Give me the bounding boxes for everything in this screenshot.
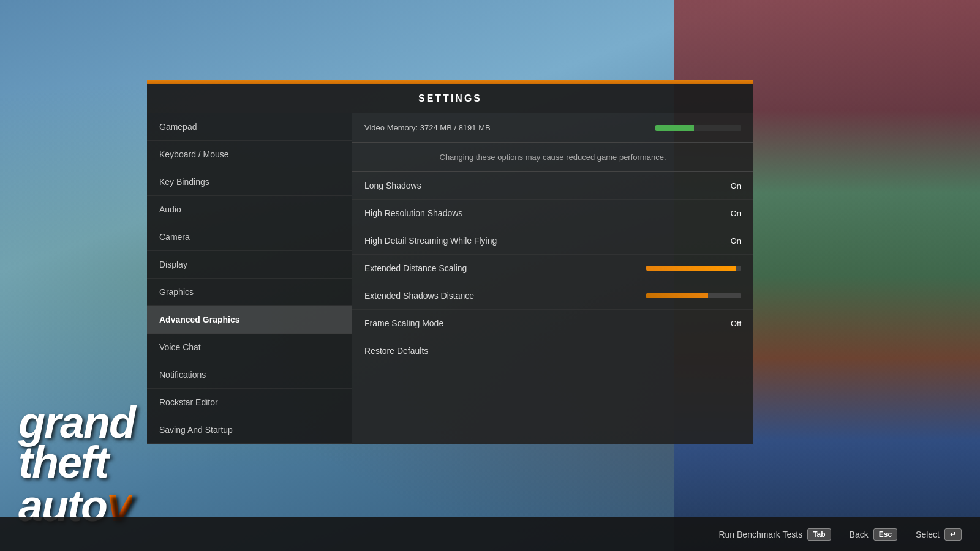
bottom-action-label-select: Select [916, 530, 940, 539]
gta-logo-text: grand theft autoV [18, 403, 135, 527]
vram-fill [655, 125, 694, 131]
slider-fill-extended-distance-scaling [646, 266, 736, 271]
setting-row-extended-distance-scaling[interactable]: Extended Distance Scaling [352, 255, 753, 282]
bottom-action-select[interactable]: Select↵ [916, 528, 962, 541]
settings-body: GamepadKeyboard / MouseKey BindingsAudio… [147, 113, 753, 444]
slider-fill-extended-shadows-distance [646, 293, 708, 298]
sidebar-item-key-bindings[interactable]: Key Bindings [147, 168, 352, 196]
setting-value-frame-scaling-mode: Off [731, 319, 741, 328]
setting-label-high-res-shadows: High Resolution Shadows [364, 208, 462, 218]
sidebar-item-rockstar-editor[interactable]: Rockstar Editor [147, 389, 352, 416]
bottom-action-benchmark[interactable]: Run Benchmark TestsTab [718, 528, 831, 541]
sidebar-item-saving-startup[interactable]: Saving And Startup [147, 416, 352, 444]
video-memory-label: Video Memory: 3724 MB / 8191 MB [364, 123, 491, 132]
settings-content: Video Memory: 3724 MB / 8191 MB Changing… [352, 113, 753, 444]
restore-defaults-row[interactable]: Restore Defaults [352, 337, 753, 364]
bottom-action-back[interactable]: BackEsc [850, 528, 897, 541]
sidebar-item-display[interactable]: Display [147, 251, 352, 279]
key-badge-select: ↵ [944, 528, 962, 541]
gta-logo-line2: theft [18, 438, 108, 487]
sidebar-item-keyboard-mouse[interactable]: Keyboard / Mouse [147, 141, 352, 168]
setting-row-high-res-shadows[interactable]: High Resolution ShadowsOn [352, 200, 753, 227]
sidebar-item-audio[interactable]: Audio [147, 196, 352, 223]
sidebar-item-notifications[interactable]: Notifications [147, 361, 352, 389]
key-badge-benchmark: Tab [807, 528, 831, 541]
setting-value-long-shadows: On [731, 181, 741, 190]
sidebar-item-voice-chat[interactable]: Voice Chat [147, 334, 352, 361]
slider-extended-distance-scaling[interactable] [646, 266, 741, 271]
setting-row-extended-shadows-distance[interactable]: Extended Shadows Distance [352, 282, 753, 310]
settings-title: SETTINGS [418, 93, 482, 103]
warning-text: Changing these options may cause reduced… [352, 143, 753, 172]
setting-rows-container: Long ShadowsOnHigh Resolution ShadowsOnH… [352, 172, 753, 337]
setting-row-frame-scaling-mode[interactable]: Frame Scaling ModeOff [352, 310, 753, 337]
bottom-bar: Run Benchmark TestsTabBackEscSelect↵ [0, 517, 980, 551]
slider-extended-shadows-distance[interactable] [646, 293, 741, 298]
vram-progress-bar [655, 125, 741, 131]
sidebar-item-camera[interactable]: Camera [147, 223, 352, 251]
setting-value-high-detail-streaming: On [731, 236, 741, 246]
gta-logo: grand theft autoV [18, 403, 135, 527]
settings-modal: SETTINGS GamepadKeyboard / MouseKey Bind… [147, 80, 753, 444]
setting-label-extended-shadows-distance: Extended Shadows Distance [364, 291, 474, 301]
key-badge-back: Esc [873, 528, 897, 541]
setting-value-high-res-shadows: On [731, 209, 741, 218]
settings-header: SETTINGS [147, 84, 753, 113]
setting-row-long-shadows[interactable]: Long ShadowsOn [352, 172, 753, 200]
setting-row-high-detail-streaming[interactable]: High Detail Streaming While FlyingOn [352, 227, 753, 255]
setting-label-frame-scaling-mode: Frame Scaling Mode [364, 318, 443, 328]
bottom-action-label-benchmark: Run Benchmark Tests [718, 530, 802, 539]
setting-label-high-detail-streaming: High Detail Streaming While Flying [364, 236, 497, 246]
setting-label-extended-distance-scaling: Extended Distance Scaling [364, 263, 467, 273]
setting-label-long-shadows: Long Shadows [364, 181, 421, 190]
restore-defaults-label: Restore Defaults [364, 346, 428, 356]
title-bar-accent [147, 80, 753, 84]
sidebar-item-graphics[interactable]: Graphics [147, 279, 352, 306]
video-memory-row: Video Memory: 3724 MB / 8191 MB [352, 113, 753, 143]
settings-sidebar: GamepadKeyboard / MouseKey BindingsAudio… [147, 113, 352, 444]
sidebar-item-gamepad[interactable]: Gamepad [147, 113, 352, 141]
bottom-action-label-back: Back [850, 530, 869, 539]
sidebar-item-advanced-graphics[interactable]: Advanced Graphics [147, 306, 352, 334]
